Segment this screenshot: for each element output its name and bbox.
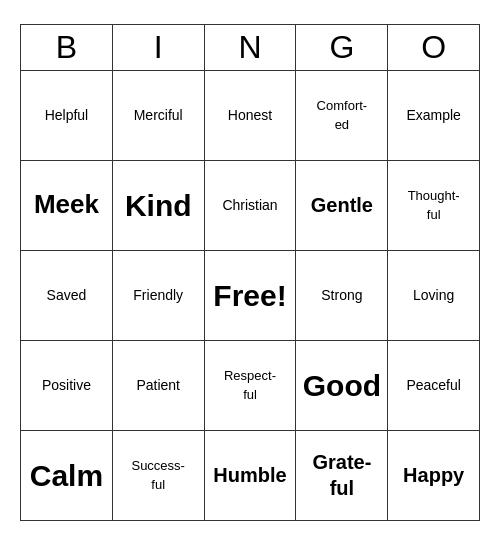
bingo-cell-r1-c1: Kind: [112, 160, 204, 250]
bingo-cell-r1-c4: Thought- ful: [388, 160, 480, 250]
bingo-table: BINGO HelpfulMercifulHonestComfort- edEx…: [20, 24, 480, 521]
bingo-cell-r3-c1: Patient: [112, 340, 204, 430]
cell-text: Peaceful: [406, 377, 460, 393]
bingo-cell-r4-c1: Success- ful: [112, 430, 204, 520]
bingo-cell-r1-c3: Gentle: [296, 160, 388, 250]
cell-text: Good: [303, 369, 381, 402]
header-cell-b: B: [21, 24, 113, 70]
bingo-cell-r0-c0: Helpful: [21, 70, 113, 160]
header-cell-g: G: [296, 24, 388, 70]
cell-text: Happy: [403, 464, 464, 486]
table-row: SavedFriendlyFree!StrongLoving: [21, 250, 480, 340]
cell-text: Comfort- ed: [317, 98, 368, 132]
cell-text: Saved: [47, 287, 87, 303]
bingo-cell-r0-c1: Merciful: [112, 70, 204, 160]
cell-text: Thought- ful: [408, 188, 460, 222]
cell-text: Respect- ful: [224, 368, 276, 402]
cell-text: Christian: [222, 197, 277, 213]
table-row: PositivePatientRespect- fulGoodPeaceful: [21, 340, 480, 430]
cell-text: Honest: [228, 107, 272, 123]
bingo-cell-r0-c2: Honest: [204, 70, 296, 160]
bingo-cell-r0-c3: Comfort- ed: [296, 70, 388, 160]
header-cell-o: O: [388, 24, 480, 70]
bingo-cell-r4-c3: Grate- ful: [296, 430, 388, 520]
table-row: MeekKindChristianGentleThought- ful: [21, 160, 480, 250]
bingo-cell-r2-c1: Friendly: [112, 250, 204, 340]
cell-text: Free!: [213, 279, 286, 312]
bingo-cell-r4-c4: Happy: [388, 430, 480, 520]
bingo-cell-r3-c2: Respect- ful: [204, 340, 296, 430]
cell-text: Loving: [413, 287, 454, 303]
cell-text: Meek: [34, 189, 99, 219]
cell-text: Friendly: [133, 287, 183, 303]
cell-text: Strong: [321, 287, 362, 303]
header-cell-i: I: [112, 24, 204, 70]
header-row: BINGO: [21, 24, 480, 70]
bingo-cell-r2-c3: Strong: [296, 250, 388, 340]
bingo-cell-r4-c2: Humble: [204, 430, 296, 520]
cell-text: Kind: [125, 189, 192, 222]
table-row: HelpfulMercifulHonestComfort- edExample: [21, 70, 480, 160]
bingo-cell-r3-c0: Positive: [21, 340, 113, 430]
cell-text: Merciful: [134, 107, 183, 123]
bingo-cell-r4-c0: Calm: [21, 430, 113, 520]
bingo-cell-r3-c4: Peaceful: [388, 340, 480, 430]
bingo-cell-r1-c0: Meek: [21, 160, 113, 250]
bingo-cell-r1-c2: Christian: [204, 160, 296, 250]
cell-text: Humble: [213, 464, 286, 486]
cell-text: Positive: [42, 377, 91, 393]
cell-text: Patient: [136, 377, 180, 393]
bingo-card-container: BINGO HelpfulMercifulHonestComfort- edEx…: [20, 24, 480, 521]
cell-text: Helpful: [45, 107, 89, 123]
bingo-cell-r2-c0: Saved: [21, 250, 113, 340]
cell-text: Success- ful: [131, 458, 184, 492]
bingo-cell-r0-c4: Example: [388, 70, 480, 160]
cell-text: Calm: [30, 459, 103, 492]
bingo-cell-r2-c2: Free!: [204, 250, 296, 340]
cell-text: Grate- ful: [312, 451, 371, 499]
header-cell-n: N: [204, 24, 296, 70]
table-row: CalmSuccess- fulHumbleGrate- fulHappy: [21, 430, 480, 520]
bingo-cell-r3-c3: Good: [296, 340, 388, 430]
bingo-cell-r2-c4: Loving: [388, 250, 480, 340]
cell-text: Gentle: [311, 194, 373, 216]
cell-text: Example: [406, 107, 460, 123]
